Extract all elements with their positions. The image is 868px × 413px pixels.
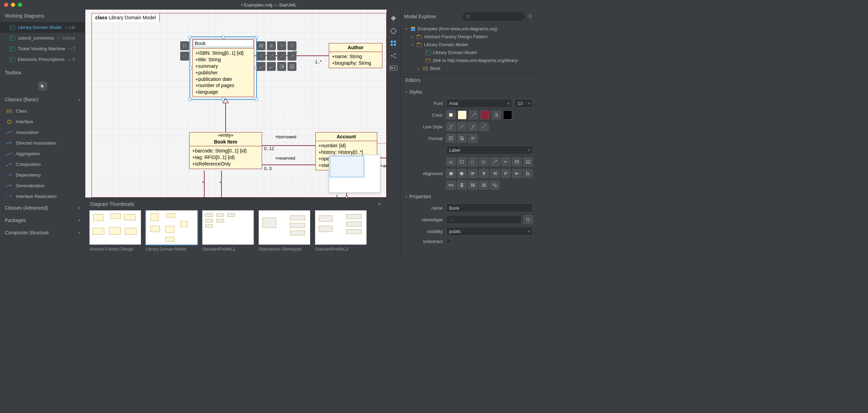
explorer-search-input[interactable] (463, 12, 525, 21)
fill-color-tool[interactable] (446, 110, 456, 119)
quick-generalization-button[interactable] (287, 41, 296, 50)
association-line[interactable] (262, 165, 315, 165)
working-diagram-item[interactable]: Library Domain Model — Lib (0, 22, 85, 33)
show-multiplicity-button[interactable] (490, 157, 500, 166)
suppress-attr-button[interactable] (512, 157, 522, 166)
association-line[interactable] (221, 171, 222, 198)
chevron-down-icon[interactable]: ▾ (404, 27, 408, 31)
name-edit-input[interactable] (193, 40, 253, 47)
fill-color-swatch[interactable] (458, 110, 467, 119)
line-color-tool[interactable] (469, 110, 478, 119)
same-size-button[interactable] (490, 181, 500, 190)
close-thumbnails-button[interactable]: ✕ (378, 201, 382, 207)
prop-name-input[interactable] (446, 203, 533, 212)
tree-node[interactable]: ▾ Library Domain Model (401, 41, 538, 49)
text-color-tool[interactable]: A (491, 110, 501, 119)
quick-link-button[interactable] (277, 41, 286, 50)
quick-directed-button[interactable] (287, 52, 296, 61)
markdown-icon[interactable] (389, 64, 398, 72)
font-family-select[interactable]: Arial▾ (446, 99, 512, 108)
quick-part-button[interactable] (287, 62, 296, 71)
send-back-button[interactable] (457, 169, 467, 178)
show-namespace-button[interactable] (457, 157, 467, 166)
grid-icon[interactable] (389, 39, 398, 47)
quick-realization-button[interactable] (257, 52, 265, 61)
align-middle-button[interactable] (512, 169, 522, 178)
thumbnail-item[interactable]: Robustness Stereotype (259, 210, 310, 252)
quick-settings-button[interactable] (267, 41, 276, 50)
tool-association[interactable]: Association (0, 127, 85, 138)
chevron-right-icon[interactable]: ▸ (416, 66, 421, 70)
close-window-button[interactable] (4, 3, 8, 7)
thumbnail-item[interactable]: Abstract Factory Design (89, 210, 141, 252)
tool-interface-realization[interactable]: Interface Realization (0, 191, 85, 202)
show-op-sig-button[interactable] (501, 157, 511, 166)
generalization-line[interactable] (225, 98, 226, 136)
tree-node[interactable]: (link to http://www.uml-diagrams.org/lib… (401, 56, 538, 64)
tool-class[interactable]: Class (0, 106, 85, 116)
format-auto-resize[interactable] (446, 134, 456, 143)
tool-aggregation[interactable]: Aggregation (0, 148, 85, 159)
diagram-canvas[interactable]: class Library Domain Model te 1..* +borr… (85, 10, 387, 198)
target-icon[interactable] (389, 27, 398, 35)
quick-dependency-button[interactable] (267, 52, 276, 61)
tool-dependency[interactable]: Dependency (0, 170, 85, 180)
extension-icon[interactable] (389, 14, 398, 23)
tool-generalization[interactable]: Generalization (0, 180, 85, 191)
quick-port-button[interactable] (277, 62, 286, 71)
section-classes-basic[interactable]: Classes (Basic) ▴ (0, 93, 85, 106)
show-visibility-button[interactable]: [±] (446, 157, 456, 166)
suppress-op-button[interactable] (523, 157, 533, 166)
quick-more-button[interactable]: ⋯ (180, 52, 189, 61)
dist-vertical-button[interactable] (457, 181, 467, 190)
align-right-button[interactable] (490, 169, 500, 178)
same-height-button[interactable] (479, 181, 489, 190)
association-line[interactable] (204, 171, 205, 198)
format-word-wrap[interactable] (468, 134, 478, 143)
share-icon[interactable] (389, 52, 398, 60)
line-style-rectilinear[interactable] (446, 122, 456, 131)
show-property-button[interactable]: { } (468, 157, 478, 166)
minimap[interactable] (329, 155, 380, 193)
quick-visibility-button[interactable] (180, 41, 189, 50)
text-color-swatch[interactable] (503, 110, 512, 119)
tool-composition[interactable]: Composition (0, 159, 85, 170)
minimize-window-button[interactable] (11, 3, 15, 7)
align-bottom-button[interactable] (523, 169, 533, 178)
quick-add-attribute-button[interactable] (257, 41, 265, 50)
properties-section[interactable]: ▾ Properties (401, 191, 538, 202)
tree-node[interactable]: ▸ Abstract Factory Design Pattern (401, 33, 538, 41)
tree-node[interactable]: ▸ Book (401, 64, 538, 72)
stereotype-display-select[interactable]: Label▾ (446, 146, 533, 155)
quick-composition-button[interactable] (267, 62, 276, 71)
quick-aggregation-button[interactable] (257, 62, 265, 71)
align-top-button[interactable] (501, 169, 511, 178)
working-diagram-item[interactable]: submit_comments — Submit (0, 33, 85, 43)
same-width-button[interactable] (468, 181, 478, 190)
format-show-shadow[interactable] (457, 134, 467, 143)
thumbnail-item[interactable]: Library Domain Model (146, 210, 197, 252)
tree-node[interactable]: Library Domain Model (401, 49, 538, 56)
working-diagram-item[interactable]: Electronic Prescriptions — E (0, 54, 85, 65)
select-tool[interactable] (38, 82, 47, 91)
class-author[interactable]: Author +name: String +biography: String (329, 43, 382, 68)
align-center-button[interactable] (479, 169, 489, 178)
bring-front-button[interactable] (446, 169, 456, 178)
stereotype-browse-button[interactable] (523, 215, 533, 224)
line-style-oblique[interactable] (457, 122, 467, 131)
styles-section[interactable]: ▾ Styles (401, 86, 538, 97)
section-composite[interactable]: Composite Structure ▾ (0, 226, 85, 239)
dist-horizontal-button[interactable] (446, 181, 456, 190)
thumbnail-item[interactable]: StandardProfileL2 (202, 210, 254, 252)
align-left-button[interactable] (468, 169, 478, 178)
class-book[interactable]: +ISBN: String[0..1] {id} +title: String … (192, 39, 254, 97)
line-color-swatch[interactable] (480, 110, 489, 119)
dependency-line[interactable] (377, 143, 387, 144)
working-diagram-item[interactable]: Ticket Vending Machine — T (0, 43, 85, 54)
show-type-button[interactable]: [T] (479, 157, 489, 166)
tool-directed-association[interactable]: Directed Association (0, 138, 85, 148)
section-classes-advanced[interactable]: Classes (Advanced) ▾ (0, 202, 85, 214)
thumbnail-item[interactable]: StandardProfileL3 (315, 210, 367, 252)
tree-node-root[interactable]: ▾ Examples (from www.uml-diagrams.org) (401, 25, 538, 33)
section-packages[interactable]: Packages ▾ (0, 214, 85, 226)
